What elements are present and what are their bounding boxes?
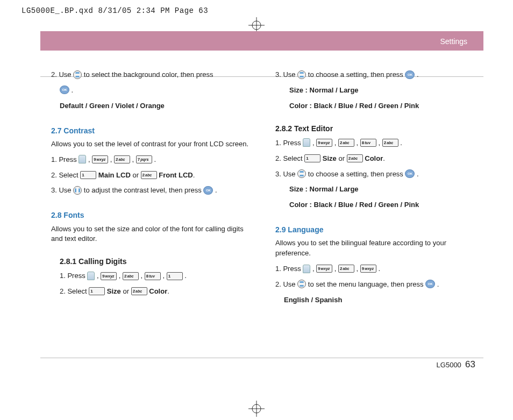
key-9: 9wxyz bbox=[101, 272, 117, 280]
contrast-step3: 3. Use to adjust the contrast level, the… bbox=[51, 186, 251, 196]
footer: LG5000 63 bbox=[437, 358, 475, 372]
header-title: Settings bbox=[440, 36, 467, 47]
nav-icon bbox=[297, 70, 306, 79]
key-2: 2abc bbox=[338, 265, 354, 273]
ok-icon bbox=[405, 169, 415, 178]
lang-options: English / Spanish bbox=[275, 295, 475, 305]
right-column: 3. Use to choose a setting, then press .… bbox=[275, 70, 475, 311]
header-bar: Settings bbox=[40, 31, 483, 51]
cd-step2: 2. Select 1 Size or 2abc Color. bbox=[51, 287, 251, 297]
nav-icon bbox=[297, 280, 306, 288]
contrast-step2: 2. Select 1 Main LCD or 2abc Front LCD. bbox=[51, 170, 251, 181]
key-8: 8tuv bbox=[145, 272, 161, 280]
proof-mark: LG5000E_.BP.qxd 8/31/05 2:34 PM Page 63 bbox=[22, 5, 208, 16]
te-step3: 3. Use to choose a setting, then press . bbox=[275, 169, 475, 180]
key-9: 9wxyz bbox=[316, 139, 332, 147]
menu-icon bbox=[303, 138, 310, 147]
key-9: 9wxyz bbox=[92, 155, 108, 163]
contrast-heading: 2.7 Contrast bbox=[51, 125, 251, 136]
cd-step3: 3. Use to choose a setting, then press . bbox=[275, 70, 475, 80]
key-2: 2abc bbox=[131, 287, 147, 295]
cd-size-line: Size : Normal / Large bbox=[275, 86, 475, 96]
key-2: 2abc bbox=[382, 139, 398, 147]
lang-heading: 2.9 Language bbox=[275, 224, 475, 235]
cd-heading: 2.8.1 Calling Digits bbox=[51, 256, 251, 267]
footer-model: LG5000 bbox=[437, 361, 461, 369]
te-step2: 2. Select 1 Size or 2abc Color. bbox=[275, 154, 475, 164]
key-1: 1 bbox=[89, 287, 105, 295]
key-1: 1 bbox=[304, 154, 320, 162]
te-color-line: Color : Black / Blue / Red / Green / Pin… bbox=[275, 200, 475, 210]
body: 2. Use to select the background color, t… bbox=[51, 70, 475, 355]
crop-mark-bottom bbox=[248, 401, 265, 417]
nav-icon bbox=[297, 169, 306, 178]
fonts-heading: 2.8 Fonts bbox=[51, 210, 251, 220]
left-column: 2. Use to select the background color, t… bbox=[51, 70, 251, 311]
key-9: 9wxyz bbox=[316, 265, 332, 273]
menu-icon bbox=[303, 265, 310, 273]
key-2: 2abc bbox=[123, 272, 139, 280]
ok-icon bbox=[425, 280, 435, 288]
key-2: 2abc bbox=[114, 155, 130, 163]
ok-icon bbox=[203, 186, 213, 195]
lang-step1: 1. Press , 9wxyz , 2abc , 9wxyz . bbox=[275, 264, 475, 274]
two-columns: 2. Use to select the background color, t… bbox=[51, 70, 475, 311]
contrast-desc: Allows you to set the level of contrast … bbox=[51, 139, 251, 150]
bgcolor-options: Default / Green / Violet / Orange bbox=[51, 101, 251, 111]
key-7: 7pqrs bbox=[136, 155, 152, 163]
bottom-rule bbox=[40, 358, 483, 358]
footer-page: 63 bbox=[465, 359, 475, 369]
fonts-desc: Allows you to set the size and color of … bbox=[51, 224, 251, 245]
key-1: 1 bbox=[80, 171, 96, 179]
ok-icon bbox=[60, 86, 69, 94]
key-1: 1 bbox=[167, 272, 183, 280]
te-size-line: Size : Normal / Large bbox=[275, 184, 475, 195]
contrast-step1: 1. Press , 9wxyz , 2abc , 7pqrs . bbox=[51, 155, 251, 165]
nav-lr-icon bbox=[73, 186, 82, 195]
ok-icon bbox=[405, 70, 415, 79]
key-2: 2abc bbox=[338, 139, 354, 147]
key-2: 2abc bbox=[347, 154, 363, 162]
cd-step1: 1. Press , 9wxyz , 2abc , 8tuv , 1 . bbox=[51, 271, 251, 281]
lang-desc: Allows you to set the bilingual feature … bbox=[275, 238, 475, 259]
menu-icon bbox=[79, 155, 86, 163]
key-8: 8tuv bbox=[360, 139, 376, 147]
te-heading: 2.8.2 Text Editor bbox=[275, 123, 475, 134]
key-2: 2abc bbox=[141, 171, 157, 179]
te-step1: 1. Press , 9wxyz , 2abc , 8tuv , 2abc . bbox=[275, 138, 475, 148]
key-9: 9wxyz bbox=[360, 265, 376, 273]
menu-icon bbox=[87, 272, 95, 280]
cd-color-line: Color : Black / Blue / Red / Green / Pin… bbox=[275, 101, 475, 111]
step-bgcolor: 2. Use to select the background color, t… bbox=[51, 70, 251, 80]
nav-icon bbox=[73, 70, 82, 79]
step-bgcolor-end: . bbox=[51, 86, 251, 96]
lang-step2: 2. Use to set the menu language, then pr… bbox=[275, 280, 475, 290]
page: LG5000E_.BP.qxd 8/31/05 2:34 PM Page 63 … bbox=[0, 0, 513, 420]
